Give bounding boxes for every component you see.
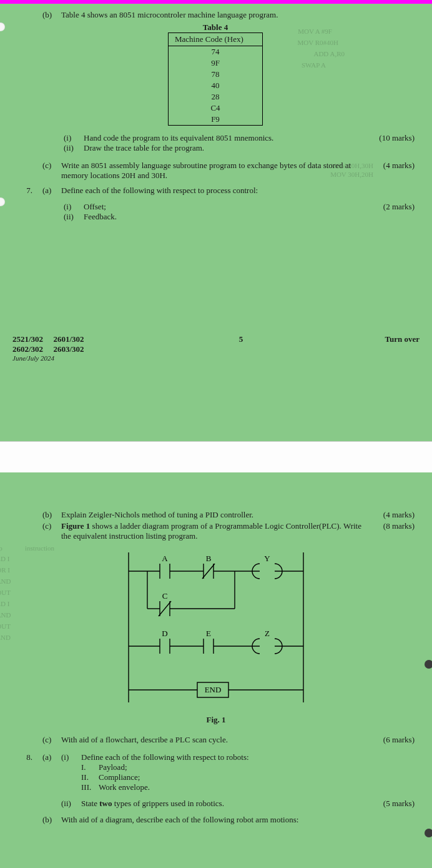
question-text: With aid of a flowchart, describe a PLC … <box>61 735 228 744</box>
exam-page-6: step instruction 0 LD I 1 OR I 2 AND 3 O… <box>0 472 432 868</box>
question-7b: (b) Explain Zeigler-Nichols method of tu… <box>12 510 420 520</box>
paper-code: 2601/302 <box>53 334 84 344</box>
sub-num: (i) <box>64 133 84 143</box>
punch-hole <box>425 660 432 669</box>
marks: (4 marks) <box>370 161 420 171</box>
question-7c: (c) Figure 1 shows a ladder diagram prog… <box>12 521 420 541</box>
punch-hole <box>0 197 5 206</box>
marks: (10 marks) <box>370 133 420 143</box>
sub-num: (i) <box>61 752 81 792</box>
paper-code: 2521/302 <box>12 334 43 344</box>
question-8a: 8. (a) (i) Define each of the following … <box>12 752 420 792</box>
handwriting: step <box>0 544 2 552</box>
question-number: 7. <box>12 186 37 196</box>
question-8b: (b) With aid of a diagram, describe each… <box>12 815 420 825</box>
table-cell: 74 <box>169 46 262 57</box>
coil-label-z: Z <box>265 629 270 638</box>
sub-num: (ii) <box>61 799 81 809</box>
marks: (8 marks) <box>370 521 420 531</box>
sub-text: Hand code the program to its equivalent … <box>84 133 273 143</box>
handwriting: 4 LD I <box>0 600 9 607</box>
roman-num: II. <box>81 772 99 782</box>
sub-text: Feedback. <box>84 212 117 222</box>
question-text: shows a ladder diagram program of a Prog… <box>61 521 361 541</box>
handwriting: ADD A,R0 <box>313 50 345 57</box>
sub-text: Define each of the following with respec… <box>81 752 249 762</box>
exam-page-5: (b) Table 4 shows an 8051 microcontroler… <box>0 4 432 441</box>
table-cell: 40 <box>169 80 262 91</box>
table-cell: 28 <box>169 91 262 102</box>
table-cell: 9F <box>169 57 262 69</box>
sub-num: (i) <box>64 202 84 212</box>
handwriting: 3 OUT <box>0 589 11 596</box>
subquestion-8a-ii: (ii) State two types of grippers used in… <box>12 799 420 809</box>
contact-label-b: B <box>206 554 212 563</box>
figure-caption: Fig. 1 <box>12 715 420 725</box>
sub-text: Draw the trace table for the program. <box>84 143 204 153</box>
table-cell: C4 <box>169 102 262 114</box>
table-header: Machine Code (Hex) <box>169 33 262 46</box>
ladder-diagram: A B Y C D E Z END <box>12 546 420 711</box>
figure-ref: Figure 1 <box>61 521 90 531</box>
marks: (6 marks) <box>370 735 420 745</box>
handwriting: 5 AND <box>0 611 11 619</box>
exam-session: June/July 2024 <box>12 354 137 362</box>
table-cell: 78 <box>169 69 262 80</box>
marks: (2 marks) <box>370 202 420 212</box>
contact-label-e: E <box>206 629 211 638</box>
end-label: END <box>205 685 222 694</box>
question-text: Table 4 shows an 8051 microcontroler mac… <box>61 10 278 19</box>
handwriting: MOV 30H,20H <box>330 171 373 178</box>
question-text: Define each of the following with respec… <box>61 186 258 195</box>
contact-label-c: C <box>162 591 168 601</box>
item-text: Work envelope. <box>99 782 150 792</box>
question-7a: 7. (a) Define each of the following with… <box>12 186 420 196</box>
handwriting: 7 END <box>0 634 11 641</box>
question-text: Explain Zeigler-Nichols method of tuning… <box>61 510 253 519</box>
handwriting: MOV R0#40H <box>297 39 338 46</box>
part-label: (b) <box>37 815 56 825</box>
handwriting: 6 OUT <box>0 622 11 630</box>
question-6b: (b) Table 4 shows an 8051 microcontroler… <box>12 10 420 132</box>
part-label: (b) <box>37 10 56 20</box>
handwriting: 0 LD I <box>0 555 9 562</box>
handwriting: 2 AND <box>0 577 11 585</box>
sub-num: (ii) <box>64 143 84 153</box>
contact-label-a: A <box>162 554 168 563</box>
paper-code: 2603/302 <box>53 344 84 354</box>
page-footer: 2521/302 2601/302 2602/302 2603/302 June… <box>12 334 420 362</box>
marks: (4 marks) <box>370 510 420 520</box>
page-gap <box>0 441 432 472</box>
paper-code: 2602/302 <box>12 344 43 354</box>
svg-line-8 <box>202 564 215 579</box>
handwriting: MOV A #9F <box>298 27 332 35</box>
question-number: 8. <box>12 752 37 762</box>
turn-over: Turn over <box>345 334 420 362</box>
table-cell: F9 <box>169 114 262 125</box>
part-label: (c) <box>37 735 56 745</box>
item-text: Payload; <box>99 762 127 772</box>
contact-label-d: D <box>162 629 167 638</box>
svg-line-15 <box>159 601 171 616</box>
question-6c: (c) Write an 8051 assembly language subr… <box>12 161 420 181</box>
subquestion-7a-list: (i) Offset; (ii) Feedback. (2 marks) <box>12 202 420 222</box>
punch-hole <box>0 22 5 31</box>
handwriting: instruction <box>25 544 54 552</box>
part-label: (c) <box>37 161 56 171</box>
page-number: 5 <box>137 334 345 362</box>
handwriting: SWAP A <box>302 61 326 69</box>
question-text: With aid of a diagram, describe each of … <box>61 815 298 824</box>
question-text: Write an 8051 assembly language subrouti… <box>61 161 351 180</box>
punch-hole <box>425 829 432 837</box>
coil-label-y: Y <box>264 554 270 563</box>
roman-num: III. <box>81 782 99 792</box>
handwriting: MOV 20H,30H <box>330 162 373 169</box>
part-label: (c) <box>37 521 56 531</box>
part-label: (a) <box>37 186 56 196</box>
part-label: (b) <box>37 510 56 520</box>
item-text: Compliance; <box>99 772 140 782</box>
sub-num: (ii) <box>64 212 84 222</box>
sub-text: State two types of grippers used in robo… <box>81 799 224 808</box>
sub-text: Offset; <box>84 202 106 212</box>
roman-num: I. <box>81 762 99 772</box>
